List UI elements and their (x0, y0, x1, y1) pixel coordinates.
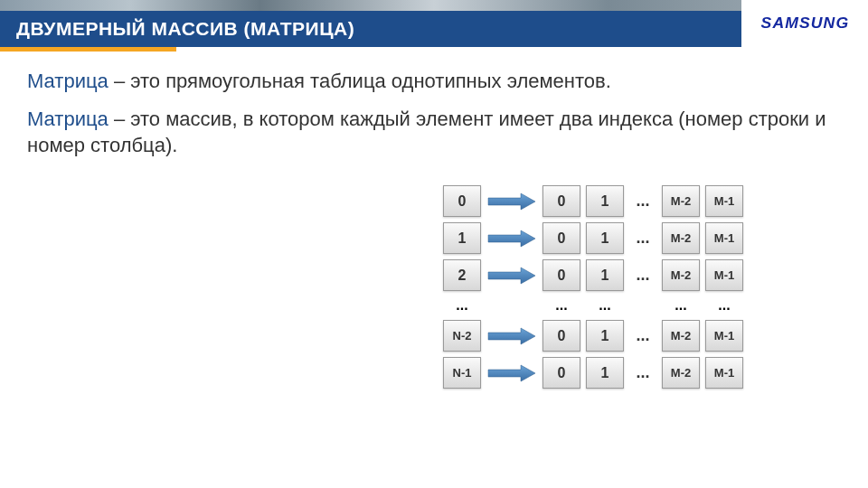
page-title: ДВУМЕРНЫЙ МАССИВ (МАТРИЦА) (16, 18, 354, 40)
matrix-diagram: 0 0 1 ... M-2 M-1 1 0 1 ... M-2 M-1 2 0 … (443, 185, 841, 394)
ellipsis: ... (443, 297, 481, 314)
col-cell: M-1 (705, 259, 743, 291)
diagram-row: 0 0 1 ... M-2 M-1 (443, 185, 841, 217)
ellipsis: ... (629, 326, 656, 345)
arrow-icon (486, 362, 537, 384)
arrow-icon (486, 325, 537, 347)
para1-text: – это прямоугольная таблица однотипных э… (108, 70, 611, 92)
arrow-icon (486, 191, 537, 212)
col-cell: 0 (542, 357, 580, 389)
col-cell: 1 (586, 320, 624, 352)
diagram-row: 2 0 1 ... M-2 M-1 (443, 259, 841, 291)
diagram-row: N-1 0 1 ... M-2 M-1 (443, 357, 841, 389)
col-cell: M-2 (662, 357, 700, 389)
diagram-row: 1 0 1 ... M-2 M-1 (443, 222, 841, 254)
col-cell: M-1 (705, 320, 743, 352)
header-bar: ДВУМЕРНЫЙ МАССИВ (МАТРИЦА) (0, 11, 868, 47)
paragraph-2: Матрица – это массив, в котором каждый э… (27, 106, 841, 159)
diagram-row: N-2 0 1 ... M-2 M-1 (443, 320, 841, 352)
col-cell: M-2 (662, 222, 700, 254)
ellipsis: ... (629, 192, 656, 211)
row-label-cell: 1 (443, 222, 481, 254)
title-underline (0, 47, 176, 52)
para2-text: – это массив, в котором каждый элемент и… (27, 108, 826, 157)
col-cell: 1 (586, 357, 624, 389)
logo-container: SAMSUNG (741, 0, 868, 47)
ellipsis: ... (542, 297, 580, 314)
paragraph-1: Матрица – это прямоугольная таблица одно… (27, 68, 841, 95)
ellipsis: ... (629, 266, 656, 285)
ellipsis: ... (705, 297, 743, 314)
term-2: Матрица (27, 108, 108, 130)
col-cell: 1 (586, 259, 624, 291)
row-label-cell: N-2 (443, 320, 481, 352)
row-label-cell: 0 (443, 185, 481, 217)
ellipsis: ... (629, 363, 656, 382)
arrow-icon (486, 228, 537, 249)
col-cell: 0 (542, 259, 580, 291)
row-label-cell: 2 (443, 259, 481, 291)
diagram-ellipsis-row: ... ... ... ... ... (443, 296, 841, 314)
ellipsis: ... (629, 229, 656, 248)
col-cell: M-2 (662, 259, 700, 291)
col-cell: M-2 (662, 320, 700, 352)
ellipsis: ... (662, 297, 700, 314)
samsung-logo: SAMSUNG (760, 15, 849, 32)
content-area: Матрица – это прямоугольная таблица одно… (27, 68, 841, 170)
col-cell: M-2 (662, 185, 700, 217)
top-decoration (0, 0, 868, 11)
row-label-cell: N-1 (443, 357, 481, 389)
col-cell: M-1 (705, 357, 743, 389)
term-1: Матрица (27, 70, 108, 92)
col-cell: M-1 (705, 222, 743, 254)
ellipsis: ... (586, 297, 624, 314)
col-cell: 1 (586, 222, 624, 254)
col-cell: 0 (542, 185, 580, 217)
col-cell: 0 (542, 320, 580, 352)
col-cell: 0 (542, 222, 580, 254)
col-cell: M-1 (705, 185, 743, 217)
col-cell: 1 (586, 185, 624, 217)
arrow-icon (486, 265, 537, 286)
